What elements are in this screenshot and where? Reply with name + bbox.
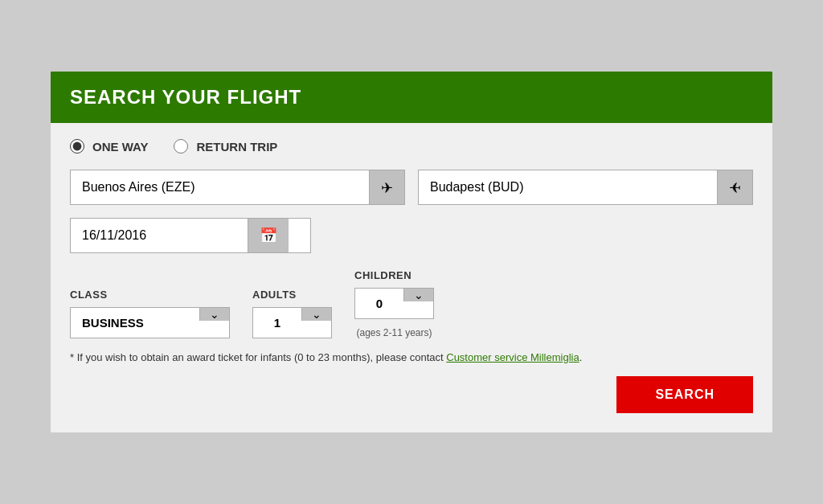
plane-depart-icon <box>381 178 393 197</box>
selectors-row: CLASS ECONOMY BUSINESS FIRST ⌄ ADULTS ⌄ <box>70 269 753 338</box>
to-input-group <box>418 170 753 205</box>
from-input-group <box>70 170 405 205</box>
infant-note: * If you wish to obtain an award ticket … <box>70 351 753 363</box>
from-icon-button[interactable] <box>369 170 404 204</box>
adults-input-group: ⌄ <box>252 307 332 338</box>
date-input-group: 📅 <box>70 218 311 253</box>
plane-arrive-icon <box>729 178 741 197</box>
children-input-group: ⌄ <box>354 288 434 319</box>
return-trip-text: RETURN TRIP <box>196 140 277 154</box>
children-age-note: (ages 2-11 years) <box>354 327 434 338</box>
calendar-button[interactable]: 📅 <box>248 219 289 252</box>
customer-service-link[interactable]: Customer service Millemiglia <box>446 351 579 363</box>
class-dropdown-arrow[interactable]: ⌄ <box>199 308 229 321</box>
children-dropdown-arrow[interactable]: ⌄ <box>403 289 433 301</box>
adults-input[interactable] <box>253 308 301 338</box>
date-input[interactable] <box>71 219 248 252</box>
date-row: 📅 <box>70 218 753 253</box>
to-icon-button[interactable] <box>717 170 752 204</box>
children-input[interactable] <box>355 289 403 318</box>
infant-note-end: . <box>579 351 583 363</box>
one-way-text: ONE WAY <box>92 140 148 154</box>
children-group: CHILDREN ⌄ (ages 2-11 years) <box>354 269 434 338</box>
adults-dropdown-arrow[interactable]: ⌄ <box>301 308 331 321</box>
one-way-radio[interactable] <box>70 139 84 154</box>
card-header: SEARCH YOUR FLIGHT <box>51 72 772 123</box>
trip-type-row: ONE WAY RETURN TRIP <box>70 139 753 154</box>
card-body: ONE WAY RETURN TRIP <box>51 123 772 432</box>
footer-row: SEARCH <box>70 376 753 413</box>
class-select-wrapper: ECONOMY BUSINESS FIRST ⌄ <box>70 307 230 338</box>
to-input[interactable] <box>419 170 717 204</box>
calendar-icon: 📅 <box>260 227 277 244</box>
return-trip-label[interactable]: RETURN TRIP <box>174 139 277 154</box>
adults-group: ADULTS ⌄ <box>252 289 332 338</box>
adults-label: ADULTS <box>252 289 332 301</box>
flight-search-card: SEARCH YOUR FLIGHT ONE WAY RETURN TRIP <box>50 71 773 433</box>
one-way-label[interactable]: ONE WAY <box>70 139 148 154</box>
page-title: SEARCH YOUR FLIGHT <box>70 86 753 109</box>
class-label: CLASS <box>70 289 230 301</box>
search-button[interactable]: SEARCH <box>616 376 753 413</box>
airports-row <box>70 170 753 205</box>
children-label: CHILDREN <box>354 269 434 281</box>
class-selector-group: CLASS ECONOMY BUSINESS FIRST ⌄ <box>70 289 230 338</box>
return-trip-radio[interactable] <box>174 139 188 154</box>
from-input[interactable] <box>71 170 369 204</box>
infant-note-text: * If you wish to obtain an award ticket … <box>70 351 446 363</box>
class-select[interactable]: ECONOMY BUSINESS FIRST <box>71 308 199 338</box>
